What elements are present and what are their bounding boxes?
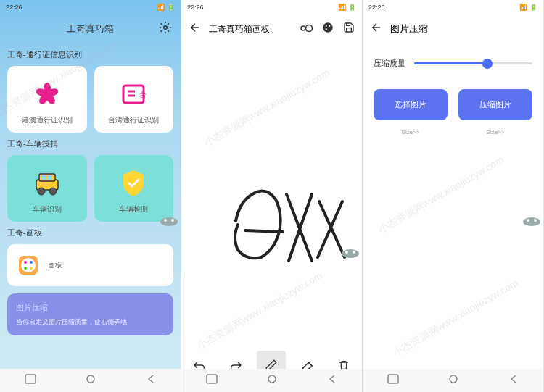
section-vehicle: 工奇-车辆授捐 [0, 133, 181, 155]
svg-point-24 [30, 267, 33, 270]
status-bar: 22:26 📶 🔋 [181, 0, 362, 14]
status-bar: 22:26 📶 🔋 [0, 0, 181, 14]
back-icon[interactable] [370, 21, 383, 37]
header-actions [300, 21, 355, 37]
app-title: 工奇真巧箱 [67, 22, 114, 36]
slider-fill [414, 62, 487, 64]
size-row: Size>> Size>> [363, 126, 543, 138]
mascot-icon [522, 213, 542, 226]
nav-back-icon[interactable] [327, 374, 337, 387]
nav-home-icon[interactable] [448, 374, 459, 387]
card-compress[interactable]: 图片压缩 当你自定义图片压缩质量，使右侧弄地 [7, 293, 173, 335]
card-vehicle-recognize[interactable]: 车辆识别 [7, 155, 87, 222]
screen-toolbox: 22:26 📶 🔋 工奇真巧箱 工奇-通行证信息识别 港澳通行证识别 台 台湾通… [0, 0, 181, 392]
svg-point-26 [87, 375, 94, 383]
svg-point-42 [450, 375, 457, 383]
svg-point-21 [24, 261, 27, 264]
card-drawboard[interactable]: 画板 [7, 244, 173, 286]
nav-bar [363, 369, 543, 392]
svg-rect-15 [48, 175, 52, 180]
palette-icon [17, 254, 39, 276]
section-draw: 工奇-画板 [0, 222, 181, 244]
nav-recent-icon[interactable] [25, 374, 36, 387]
nav-bar [0, 369, 181, 392]
card-row-1: 港澳通行证识别 台 台湾通行证识别 [0, 66, 181, 133]
svg-point-18 [171, 219, 174, 222]
screen-compress: 22:26 📶 🔋 图片压缩 压缩质量 选择图片 压缩图片 Size>> Siz… [363, 0, 544, 392]
svg-point-39 [527, 219, 529, 222]
compress-image-button[interactable]: 压缩图片 [458, 89, 532, 120]
card-label: 台湾通行证识别 [108, 115, 159, 125]
compress-header: 图片压缩 [363, 14, 543, 43]
card-label: 车辆识别 [33, 204, 62, 214]
svg-point-27 [301, 26, 305, 30]
svg-rect-41 [388, 375, 398, 383]
slider-thumb[interactable] [482, 59, 493, 69]
drawing-canvas[interactable] [181, 43, 362, 348]
palette-icon[interactable] [321, 21, 334, 37]
svg-point-33 [342, 249, 359, 258]
svg-rect-25 [25, 375, 36, 383]
svg-point-29 [323, 22, 333, 33]
compress-title: 图片压缩 [16, 302, 165, 313]
status-icons: 📶 🔋 [338, 4, 356, 11]
svg-point-35 [353, 251, 355, 254]
slider-label: 压缩质量 [374, 58, 405, 69]
nav-recent-icon[interactable] [387, 374, 399, 387]
nav-back-icon[interactable] [146, 374, 156, 387]
card-vehicle-detect[interactable]: 车辆检测 [94, 155, 174, 222]
shield-check-icon [118, 168, 149, 199]
watermark: 小杰资源网www.xiaojiezyw.com [376, 154, 506, 236]
nav-bar [181, 369, 362, 392]
car-icon [32, 168, 62, 199]
section-passport: 工奇-通行证信息识别 [0, 43, 181, 66]
status-time: 22:26 [187, 4, 204, 11]
drawboard-title: 工奇真巧箱画板 [209, 23, 292, 36]
card-label: 港澳通行证识别 [22, 115, 73, 125]
svg-point-31 [329, 25, 330, 27]
drawboard-header: 工奇真巧箱画板 [181, 14, 362, 43]
nav-back-icon[interactable] [508, 374, 519, 387]
svg-rect-14 [42, 175, 46, 180]
screen-drawboard: 22:26 📶 🔋 工奇真巧箱画板 小杰资源网www.xiaojiezyw.c [181, 0, 363, 392]
svg-point-13 [49, 188, 57, 195]
svg-rect-36 [207, 375, 217, 383]
card-row-2: 车辆识别 车辆检测 [0, 155, 181, 222]
svg-point-20 [21, 258, 36, 272]
status-icons: 📶 🔋 [157, 4, 175, 11]
card-label: 画板 [48, 260, 62, 270]
document-icon: 台 [118, 79, 149, 109]
svg-point-34 [345, 251, 348, 254]
compress-title: 图片压缩 [390, 22, 428, 36]
nav-recent-icon[interactable] [206, 374, 218, 387]
save-icon[interactable] [343, 22, 355, 36]
bauhinia-icon [32, 79, 62, 109]
nav-home-icon[interactable] [85, 374, 96, 387]
card-hk-macao[interactable]: 港澳通行证识别 [7, 66, 87, 133]
svg-point-30 [326, 25, 327, 27]
svg-point-38 [523, 217, 540, 226]
size-original: Size>> [374, 129, 448, 135]
status-bar: 22:26 📶 🔋 [363, 0, 543, 14]
status-icons: 📶 🔋 [519, 4, 537, 11]
svg-point-32 [326, 28, 327, 30]
back-icon[interactable] [189, 21, 202, 37]
nav-home-icon[interactable] [266, 374, 278, 387]
svg-point-28 [306, 25, 313, 32]
svg-point-40 [534, 219, 537, 222]
card-taiwan[interactable]: 台 台湾通行证识别 [94, 66, 174, 133]
status-time: 22:26 [368, 4, 385, 11]
svg-point-17 [164, 219, 167, 222]
svg-point-12 [38, 188, 45, 195]
quality-slider[interactable] [414, 62, 532, 64]
watermark: 小杰资源网www.xiaojiezyw.com [391, 277, 521, 359]
svg-point-22 [30, 261, 33, 264]
svg-point-0 [164, 26, 168, 30]
app-header: 工奇真巧箱 [0, 14, 181, 43]
settings-icon[interactable] [159, 21, 172, 37]
svg-point-23 [24, 267, 27, 270]
size-icon[interactable] [300, 22, 313, 36]
svg-rect-11 [39, 174, 55, 181]
select-image-button[interactable]: 选择图片 [374, 89, 448, 120]
mascot-icon [340, 245, 360, 258]
